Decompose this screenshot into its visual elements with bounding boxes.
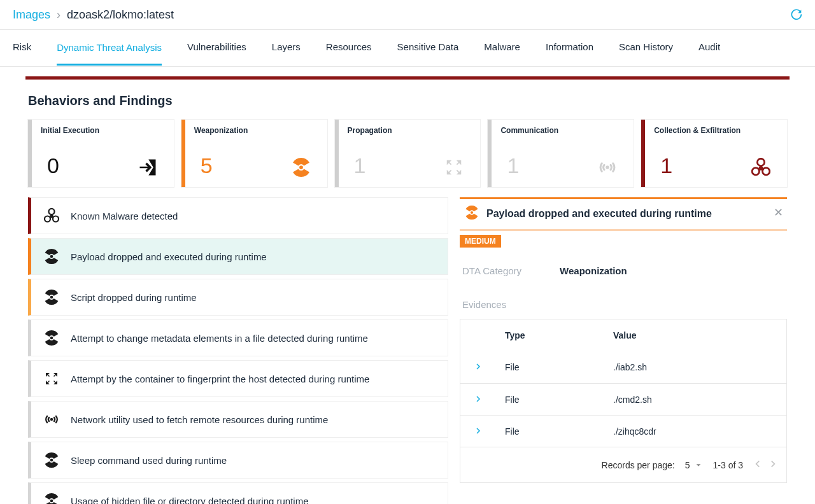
pager-next[interactable] — [769, 459, 777, 470]
finding-label: Script dropped during runtime — [71, 292, 197, 303]
finding-row[interactable]: Attempt by the container to fingerprint … — [28, 360, 448, 397]
evidences-heading: Evidences — [462, 299, 784, 310]
finding-detail-panel: Payload dropped and executed during runt… — [460, 197, 787, 504]
breadcrumb-current: dzoask2/lokmo:latest — [67, 8, 174, 22]
evidences-header-type: Type — [496, 330, 604, 340]
breadcrumb: Images › dzoask2/lokmo:latest — [0, 0, 815, 30]
tabs: RiskDynamic Threat AnalysisVulnerabiliti… — [0, 30, 815, 67]
detail-title: Payload dropped and executed during runt… — [486, 208, 712, 220]
stat-cards: Initial Execution0Weaponization5Propagat… — [28, 120, 787, 187]
pager-per-page[interactable]: 5 — [685, 460, 703, 470]
finding-row[interactable]: Known Malware detected — [28, 197, 448, 234]
finding-row[interactable]: Attempt to change metadata elements in a… — [28, 319, 448, 356]
card-value: 1 — [354, 153, 366, 178]
breadcrumb-separator: › — [57, 8, 60, 22]
finding-label: Attempt by the container to fingerprint … — [71, 374, 369, 384]
pager-label: Records per page: — [602, 460, 675, 470]
card-communication[interactable]: Communication1 — [488, 120, 634, 187]
finding-row[interactable]: Sleep command used during runtime — [28, 442, 448, 479]
tab-sensitive-data[interactable]: Sensitive Data — [397, 41, 459, 55]
finding-label: Attempt to change metadata elements in a… — [71, 333, 368, 344]
tab-resources[interactable]: Resources — [326, 41, 372, 55]
card-title: Propagation — [348, 126, 472, 135]
section-title: Behaviors and Findings — [28, 94, 787, 108]
radiation-icon — [44, 290, 59, 305]
signal-icon — [44, 412, 59, 427]
severity-badge: MEDIUM — [460, 235, 501, 248]
radiation-icon — [44, 493, 59, 504]
finding-row[interactable]: Usage of hidden file or directory detect… — [28, 482, 448, 504]
expand-icon — [44, 371, 59, 386]
card-initial[interactable]: Initial Execution0 — [28, 120, 174, 187]
biohazard-icon — [751, 158, 770, 177]
card-title: Communication — [500, 126, 625, 135]
evidence-row[interactable]: File./cmd2.sh — [460, 383, 786, 415]
chevron-right-icon[interactable] — [474, 362, 482, 372]
tab-information[interactable]: Information — [546, 41, 593, 55]
entry-icon — [138, 158, 157, 177]
evidences-table: Type Value File./iab2.shFile./cmd2.shFil… — [460, 319, 787, 483]
tab-scan-history[interactable]: Scan History — [619, 41, 673, 55]
finding-label: Known Malware detected — [71, 211, 178, 221]
card-weapon[interactable]: Weaponization5 — [181, 120, 327, 187]
pager-prev[interactable] — [753, 459, 762, 470]
finding-label: Network utility used to fetch remote res… — [71, 414, 328, 425]
evidence-type: File — [496, 426, 604, 437]
caret-down-icon — [694, 461, 703, 470]
finding-label: Payload dropped and executed during runt… — [71, 251, 267, 262]
card-propagation[interactable]: Propagation1 — [335, 120, 481, 187]
finding-label: Sleep command used during runtime — [71, 455, 227, 466]
close-icon[interactable]: ✕ — [774, 206, 783, 220]
radiation-icon — [465, 206, 479, 221]
card-value: 5 — [201, 153, 213, 178]
evidence-value: ./zihqc8cdr — [604, 426, 786, 437]
card-value: 1 — [507, 153, 519, 178]
evidence-row[interactable]: File./zihqc8cdr — [460, 415, 786, 447]
card-exfil[interactable]: Collection & Exfiltration1 — [641, 120, 787, 187]
biohazard-icon — [44, 208, 59, 223]
finding-row[interactable]: Network utility used to fetch remote res… — [28, 401, 448, 438]
finding-label: Usage of hidden file or directory detect… — [71, 496, 309, 505]
radiation-icon — [44, 249, 59, 264]
card-value: 1 — [660, 153, 672, 178]
signal-icon — [598, 158, 617, 177]
tab-dynamic-threat-analysis[interactable]: Dynamic Threat Analysis — [57, 31, 162, 66]
breadcrumb-link-images[interactable]: Images — [13, 8, 50, 22]
pager-range: 1-3 of 3 — [713, 460, 743, 470]
chevron-right-icon[interactable] — [474, 395, 482, 405]
evidence-row[interactable]: File./iab2.sh — [460, 351, 786, 383]
evidences-header-value: Value — [604, 330, 786, 340]
card-title: Initial Execution — [41, 126, 165, 135]
alert-bar — [25, 76, 790, 80]
evidence-type: File — [496, 395, 604, 405]
expand-icon — [444, 158, 464, 177]
finding-row[interactable]: Payload dropped and executed during runt… — [28, 238, 448, 275]
card-title: Collection & Exfiltration — [654, 126, 778, 135]
card-value: 0 — [47, 153, 59, 178]
detail-category-label: DTA Category — [462, 265, 521, 276]
radiation-icon — [44, 452, 59, 468]
table-pager: Records per page: 5 1-3 of 3 — [460, 447, 786, 482]
tab-layers[interactable]: Layers — [272, 41, 301, 55]
detail-accent-line — [460, 229, 787, 231]
refresh-icon[interactable] — [790, 8, 802, 21]
evidence-value: ./cmd2.sh — [604, 395, 786, 405]
findings-list: Known Malware detectedPayload dropped an… — [28, 197, 448, 504]
tab-vulnerabilities[interactable]: Vulnerabilities — [187, 41, 246, 55]
card-title: Weaponization — [194, 126, 318, 135]
chevron-right-icon[interactable] — [474, 426, 482, 437]
tab-risk[interactable]: Risk — [13, 41, 31, 55]
evidence-value: ./iab2.sh — [604, 362, 786, 372]
radiation-icon — [292, 158, 311, 177]
detail-category-value: Weaponization — [560, 265, 627, 276]
tab-malware[interactable]: Malware — [484, 41, 520, 55]
finding-row[interactable]: Script dropped during runtime — [28, 279, 448, 316]
tab-audit[interactable]: Audit — [698, 41, 720, 55]
evidence-type: File — [496, 362, 604, 372]
radiation-icon — [44, 330, 59, 346]
